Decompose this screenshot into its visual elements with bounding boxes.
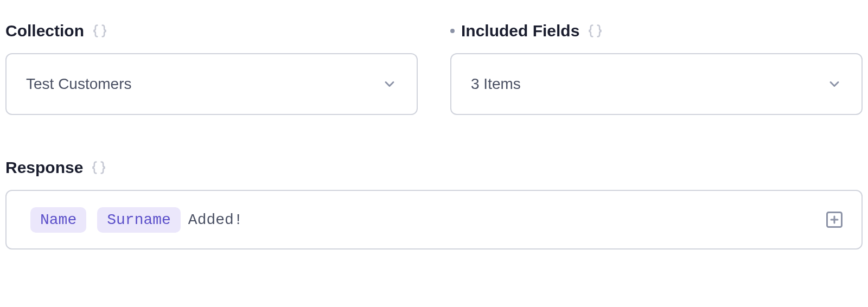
included-fields-label: Included Fields <box>461 22 579 40</box>
response-input[interactable]: Name Surname Added! <box>5 190 863 250</box>
response-text: Added! <box>188 212 243 228</box>
response-field: Response Name Surname Added! <box>5 158 863 250</box>
included-fields-value: 3 Items <box>471 75 521 93</box>
chevron-down-icon <box>827 76 842 92</box>
included-fields-label-row: Included Fields <box>450 22 863 40</box>
included-fields-field: Included Fields 3 Items <box>450 22 863 115</box>
chevron-down-icon <box>382 76 397 92</box>
collection-label-row: Collection <box>5 22 418 40</box>
response-label-row: Response <box>5 158 863 177</box>
response-label: Response <box>5 158 83 177</box>
token-chip-name[interactable]: Name <box>30 207 86 233</box>
included-fields-select[interactable]: 3 Items <box>450 53 863 115</box>
braces-icon[interactable] <box>91 159 107 176</box>
required-indicator <box>450 29 455 33</box>
token-chip-surname[interactable]: Surname <box>97 207 181 233</box>
collection-label: Collection <box>5 22 84 40</box>
add-token-button[interactable] <box>824 209 845 231</box>
collection-select[interactable]: Test Customers <box>5 53 418 115</box>
braces-icon[interactable] <box>92 23 108 39</box>
braces-icon[interactable] <box>587 23 603 39</box>
collection-field: Collection Test Customers <box>5 22 418 115</box>
collection-value: Test Customers <box>26 75 132 93</box>
